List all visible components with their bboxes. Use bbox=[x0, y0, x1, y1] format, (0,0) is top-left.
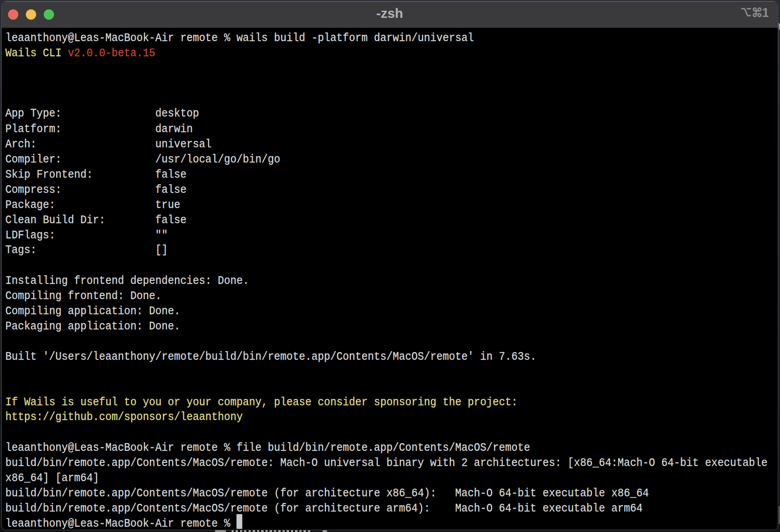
svg-text:1: 1 bbox=[762, 6, 769, 20]
